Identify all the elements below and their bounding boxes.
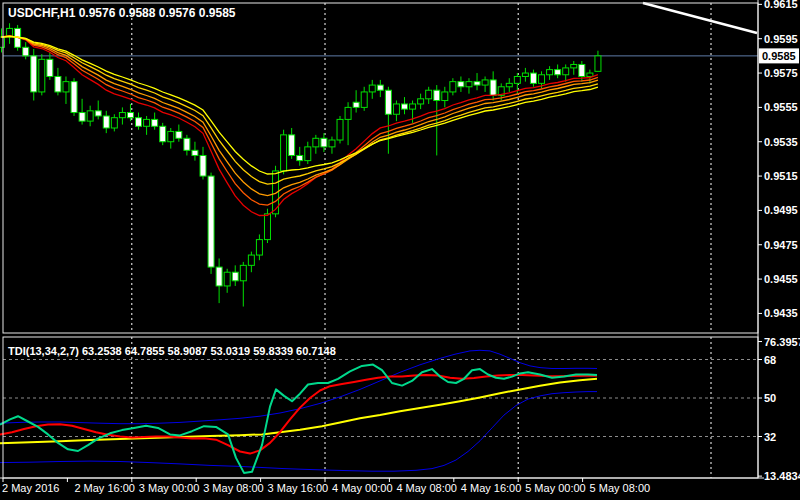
time-axis-label: 2 May 16:00	[74, 482, 135, 494]
candle-body-down	[160, 126, 166, 141]
price-axis-label: 0.9495	[764, 204, 798, 216]
candle-body-down	[490, 80, 496, 95]
candle-body-down	[555, 70, 561, 75]
candle-body-up	[313, 138, 319, 147]
candle-body-down	[71, 82, 77, 113]
tdi-axis-label: 32	[764, 431, 776, 443]
candle-body-down	[200, 155, 206, 176]
candle-body-up	[111, 118, 117, 128]
tdi-indicator-label: TDI(13,34,2,7) 63.2538 64.7855 58.9087 5…	[8, 345, 336, 357]
candle-body-down	[136, 118, 142, 127]
candle-body-down	[95, 111, 101, 116]
candle-body-up	[119, 113, 125, 118]
candle-body-down	[402, 104, 408, 109]
candle-body-up	[337, 119, 343, 140]
time-axis-label: 4 May 00:00	[332, 482, 393, 494]
candle-body-up	[393, 104, 399, 114]
candle-body-up	[482, 80, 488, 85]
candle-body-up	[168, 131, 174, 141]
time-axis-label: 2 May 2016	[2, 482, 59, 494]
candle-body-up	[595, 56, 601, 71]
candle-body-up	[466, 82, 472, 87]
price-axis-label: 0.9475	[764, 239, 798, 251]
tdi-axis-label: 13.4834	[764, 470, 800, 482]
candle-body-down	[458, 82, 464, 87]
candle-body-up	[248, 255, 254, 265]
price-axis-label: 0.9575	[764, 67, 798, 79]
candle-body-up	[305, 147, 311, 161]
candle-body-up	[361, 92, 367, 107]
candle-body-down	[353, 102, 359, 107]
candle-body-down	[216, 267, 222, 286]
candle-body-down	[79, 113, 85, 122]
chart-title: USDCHF,H1 0.9576 0.9588 0.9576 0.9585	[8, 6, 236, 20]
candle-body-down	[474, 82, 480, 85]
candle-body-down	[47, 59, 53, 76]
candle-body-up	[587, 73, 593, 76]
candle-body-up	[345, 107, 351, 119]
candle-body-up	[63, 82, 69, 92]
candle-body-down	[127, 113, 133, 118]
price-axis-label: 0.9615	[764, 0, 798, 10]
candle-body-down	[192, 150, 198, 155]
candle-body-up	[240, 265, 246, 280]
time-axis-label: 3 May 00:00	[139, 482, 200, 494]
candle-body-up	[224, 272, 230, 286]
candle-body-up	[369, 85, 375, 92]
candle-body-down	[579, 64, 585, 76]
candle-body-up	[0, 37, 5, 47]
candle-body-up	[426, 90, 432, 99]
candle-body-down	[55, 76, 61, 91]
price-axis-label: 0.9455	[764, 273, 798, 285]
candle-body-down	[23, 47, 29, 56]
candle-body-up	[547, 70, 553, 75]
candle-body-up	[539, 75, 545, 84]
candle-body-down	[377, 85, 383, 90]
price-axis-label: 0.9515	[764, 170, 798, 182]
candle-body-down	[31, 56, 37, 92]
candle-body-down	[321, 138, 327, 147]
candle-body-down	[530, 73, 536, 83]
candle-body-up	[571, 64, 577, 67]
candle-body-up	[442, 92, 448, 101]
candle-body-down	[289, 135, 295, 156]
time-axis-label: 4 May 16:00	[461, 482, 522, 494]
candle-body-down	[208, 176, 214, 267]
time-axis-label: 4 May 08:00	[396, 482, 457, 494]
candle-body-up	[329, 140, 335, 147]
price-axis-label: 0.9435	[764, 307, 798, 319]
candle-body-up	[418, 99, 424, 104]
candle-body-down	[232, 272, 238, 281]
candle-body-up	[506, 83, 512, 86]
candle-body-down	[385, 90, 391, 114]
price-axis-label: 0.9555	[764, 101, 798, 113]
candle-body-down	[103, 116, 109, 128]
trading-chart-window[interactable]: 0.96150.95950.95750.95550.95350.95150.94…	[0, 0, 800, 500]
tdi-axis-label: 76.3957	[764, 336, 800, 348]
candle-body-up	[281, 135, 287, 171]
chart-background	[0, 0, 800, 500]
price-axis-label: 0.9535	[764, 136, 798, 148]
candle-body-up	[410, 104, 416, 109]
candle-body-up	[450, 82, 456, 92]
candle-body-down	[184, 138, 190, 150]
current-price-tag-label: 0.9585	[762, 50, 796, 62]
candle-body-down	[176, 131, 182, 138]
candle-body-up	[39, 59, 45, 92]
price-axis-label: 0.9595	[764, 33, 798, 45]
candle-body-up	[144, 119, 150, 126]
time-axis-label: 3 May 16:00	[268, 482, 329, 494]
candle-body-up	[264, 214, 270, 240]
candle-body-down	[152, 119, 158, 126]
candle-body-up	[87, 111, 93, 121]
time-axis-label: 5 May 00:00	[525, 482, 586, 494]
candle-body-up	[563, 68, 569, 75]
tdi-axis-label: 68	[764, 354, 776, 366]
candle-body-down	[297, 155, 303, 160]
candle-body-up	[514, 76, 520, 83]
time-axis-label: 5 May 08:00	[590, 482, 651, 494]
time-axis-label: 3 May 08:00	[203, 482, 264, 494]
candle-body-up	[256, 240, 262, 255]
candle-body-up	[522, 73, 528, 76]
candle-body-down	[434, 90, 440, 100]
